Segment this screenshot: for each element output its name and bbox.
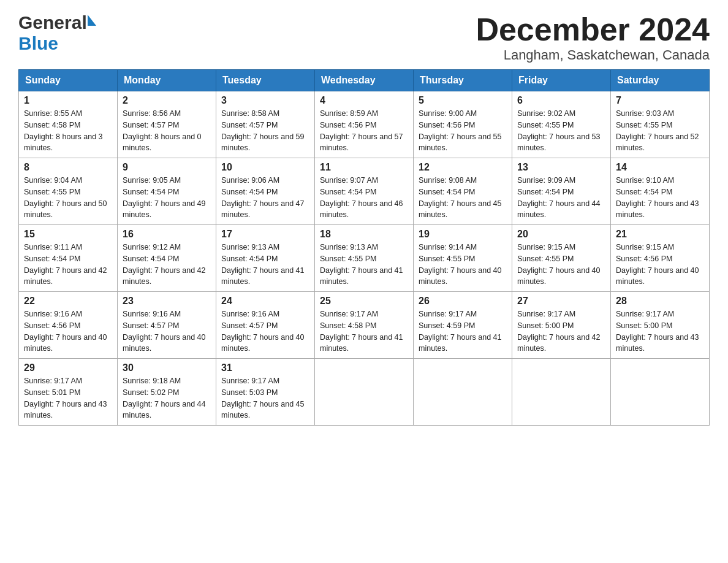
calendar-cell: 20Sunrise: 9:15 AMSunset: 4:55 PMDayligh… [512,225,611,292]
day-number: 23 [123,296,211,307]
col-wednesday: Wednesday [315,70,414,91]
calendar-cell: 29Sunrise: 9:17 AMSunset: 5:01 PMDayligh… [19,359,118,426]
day-info: Sunrise: 8:55 AMSunset: 4:58 PMDaylight:… [24,108,112,154]
calendar-week-row: 22Sunrise: 9:16 AMSunset: 4:56 PMDayligh… [19,292,710,359]
calendar-week-row: 8Sunrise: 9:04 AMSunset: 4:55 PMDaylight… [19,158,710,225]
day-number: 24 [221,296,309,307]
day-info: Sunrise: 9:10 AMSunset: 4:54 PMDaylight:… [616,175,704,221]
calendar-week-row: 1Sunrise: 8:55 AMSunset: 4:58 PMDaylight… [19,91,710,158]
day-info: Sunrise: 9:08 AMSunset: 4:54 PMDaylight:… [419,175,507,221]
day-number: 26 [419,296,507,307]
day-number: 20 [517,229,605,240]
logo: General Blue [18,12,96,54]
day-number: 7 [616,95,704,106]
calendar-cell: 13Sunrise: 9:09 AMSunset: 4:54 PMDayligh… [512,158,611,225]
day-number: 10 [221,162,309,173]
calendar-cell: 28Sunrise: 9:17 AMSunset: 5:00 PMDayligh… [611,292,710,359]
day-info: Sunrise: 9:12 AMSunset: 4:54 PMDaylight:… [123,242,211,288]
day-number: 11 [320,162,408,173]
calendar-cell: 6Sunrise: 9:02 AMSunset: 4:55 PMDaylight… [512,91,611,158]
logo-arrow-icon [88,15,96,26]
day-number: 16 [123,229,211,240]
day-number: 3 [221,95,309,106]
day-number: 19 [419,229,507,240]
calendar-cell: 15Sunrise: 9:11 AMSunset: 4:54 PMDayligh… [19,225,118,292]
day-number: 5 [419,95,507,106]
calendar-cell: 26Sunrise: 9:17 AMSunset: 4:59 PMDayligh… [414,292,512,359]
day-number: 25 [320,296,408,307]
calendar-cell: 10Sunrise: 9:06 AMSunset: 4:54 PMDayligh… [216,158,315,225]
calendar-week-row: 29Sunrise: 9:17 AMSunset: 5:01 PMDayligh… [19,359,710,426]
page-title: December 2024 [476,12,710,47]
calendar-cell: 30Sunrise: 9:18 AMSunset: 5:02 PMDayligh… [118,359,216,426]
day-number: 8 [24,162,112,173]
calendar-cell [414,359,512,426]
calendar-cell: 4Sunrise: 8:59 AMSunset: 4:56 PMDaylight… [315,91,414,158]
day-number: 2 [123,95,211,106]
title-block: December 2024 Langham, Saskatchewan, Can… [476,12,710,63]
day-number: 6 [517,95,605,106]
day-info: Sunrise: 8:56 AMSunset: 4:57 PMDaylight:… [123,108,211,154]
day-info: Sunrise: 9:02 AMSunset: 4:55 PMDaylight:… [517,108,605,154]
day-number: 21 [616,229,704,240]
day-info: Sunrise: 9:16 AMSunset: 4:57 PMDaylight:… [221,308,309,354]
col-thursday: Thursday [414,70,512,91]
day-info: Sunrise: 9:16 AMSunset: 4:57 PMDaylight:… [123,308,211,354]
calendar-cell: 12Sunrise: 9:08 AMSunset: 4:54 PMDayligh… [414,158,512,225]
calendar-cell: 5Sunrise: 9:00 AMSunset: 4:56 PMDaylight… [414,91,512,158]
calendar-cell [611,359,710,426]
page-subtitle: Langham, Saskatchewan, Canada [476,47,710,63]
calendar-cell: 11Sunrise: 9:07 AMSunset: 4:54 PMDayligh… [315,158,414,225]
col-friday: Friday [512,70,611,91]
day-number: 14 [616,162,704,173]
calendar-week-row: 15Sunrise: 9:11 AMSunset: 4:54 PMDayligh… [19,225,710,292]
calendar-cell: 9Sunrise: 9:05 AMSunset: 4:54 PMDaylight… [118,158,216,225]
calendar-cell: 27Sunrise: 9:17 AMSunset: 5:00 PMDayligh… [512,292,611,359]
calendar-cell: 21Sunrise: 9:15 AMSunset: 4:56 PMDayligh… [611,225,710,292]
day-number: 29 [24,362,112,373]
day-info: Sunrise: 9:17 AMSunset: 5:00 PMDaylight:… [517,308,605,354]
day-number: 13 [517,162,605,173]
day-info: Sunrise: 9:13 AMSunset: 4:54 PMDaylight:… [221,242,309,288]
col-monday: Monday [118,70,216,91]
day-info: Sunrise: 9:16 AMSunset: 4:56 PMDaylight:… [24,308,112,354]
day-info: Sunrise: 9:17 AMSunset: 5:03 PMDaylight:… [221,375,309,421]
calendar-cell: 3Sunrise: 8:58 AMSunset: 4:57 PMDaylight… [216,91,315,158]
calendar-cell: 16Sunrise: 9:12 AMSunset: 4:54 PMDayligh… [118,225,216,292]
calendar-cell: 18Sunrise: 9:13 AMSunset: 4:55 PMDayligh… [315,225,414,292]
day-info: Sunrise: 9:15 AMSunset: 4:55 PMDaylight:… [517,242,605,288]
calendar-cell [512,359,611,426]
day-info: Sunrise: 9:07 AMSunset: 4:54 PMDaylight:… [320,175,408,221]
calendar-cell: 24Sunrise: 9:16 AMSunset: 4:57 PMDayligh… [216,292,315,359]
day-number: 4 [320,95,408,106]
day-info: Sunrise: 9:04 AMSunset: 4:55 PMDaylight:… [24,175,112,221]
day-number: 1 [24,95,112,106]
day-info: Sunrise: 8:58 AMSunset: 4:57 PMDaylight:… [221,108,309,154]
day-info: Sunrise: 9:13 AMSunset: 4:55 PMDaylight:… [320,242,408,288]
day-info: Sunrise: 9:09 AMSunset: 4:54 PMDaylight:… [517,175,605,221]
day-info: Sunrise: 9:14 AMSunset: 4:55 PMDaylight:… [419,242,507,288]
day-number: 31 [221,362,309,373]
calendar-header-row: Sunday Monday Tuesday Wednesday Thursday… [19,70,710,91]
calendar-cell: 7Sunrise: 9:03 AMSunset: 4:55 PMDaylight… [611,91,710,158]
day-info: Sunrise: 9:17 AMSunset: 5:00 PMDaylight:… [616,308,704,354]
day-number: 18 [320,229,408,240]
day-info: Sunrise: 9:15 AMSunset: 4:56 PMDaylight:… [616,242,704,288]
calendar-cell: 1Sunrise: 8:55 AMSunset: 4:58 PMDaylight… [19,91,118,158]
day-number: 22 [24,296,112,307]
day-info: Sunrise: 8:59 AMSunset: 4:56 PMDaylight:… [320,108,408,154]
col-saturday: Saturday [611,70,710,91]
day-number: 30 [123,362,211,373]
day-info: Sunrise: 9:11 AMSunset: 4:54 PMDaylight:… [24,242,112,288]
calendar-cell: 14Sunrise: 9:10 AMSunset: 4:54 PMDayligh… [611,158,710,225]
calendar-cell: 31Sunrise: 9:17 AMSunset: 5:03 PMDayligh… [216,359,315,426]
page-header: General Blue December 2024 Langham, Sask… [18,12,710,63]
col-sunday: Sunday [19,70,118,91]
logo-blue-text: Blue [18,33,58,53]
calendar-cell: 2Sunrise: 8:56 AMSunset: 4:57 PMDaylight… [118,91,216,158]
calendar-cell: 22Sunrise: 9:16 AMSunset: 4:56 PMDayligh… [19,292,118,359]
calendar-cell: 8Sunrise: 9:04 AMSunset: 4:55 PMDaylight… [19,158,118,225]
day-number: 27 [517,296,605,307]
calendar-cell [315,359,414,426]
day-info: Sunrise: 9:05 AMSunset: 4:54 PMDaylight:… [123,175,211,221]
